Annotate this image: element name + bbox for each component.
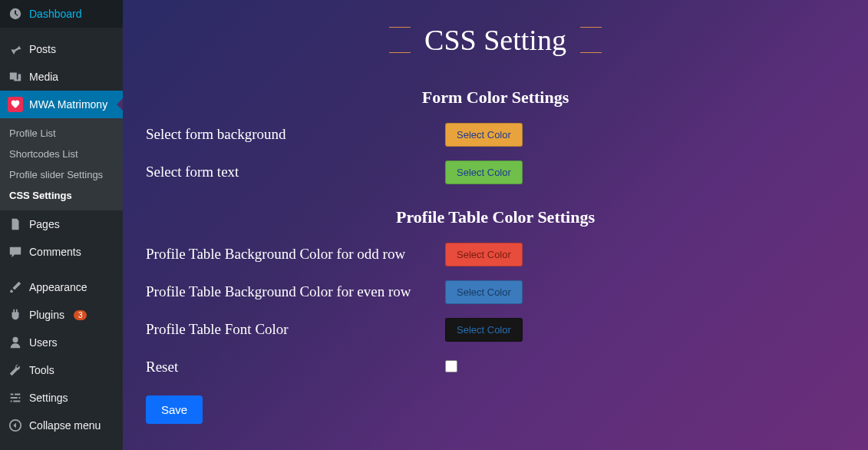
sidebar-label: Dashboard xyxy=(29,8,82,20)
section-profile-table: Profile Table Color Settings xyxy=(146,207,845,227)
select-color-form-bg[interactable]: Select Color xyxy=(445,123,523,147)
setting-row-form-bg: Select form background Select Color xyxy=(146,123,845,147)
section-form-color: Form Color Settings xyxy=(146,88,845,108)
title-rule-left xyxy=(389,27,411,53)
label-reset: Reset xyxy=(146,356,445,376)
sidebar-item-users[interactable]: Users xyxy=(0,329,123,356)
plugin-icon xyxy=(8,307,23,323)
sidebar-label: Comments xyxy=(29,246,81,258)
comments-icon xyxy=(8,244,23,260)
reset-checkbox[interactable] xyxy=(445,360,457,372)
page-title: CSS Setting xyxy=(146,23,845,57)
select-color-odd-row[interactable]: Select Color xyxy=(445,243,523,266)
sidebar-label: Tools xyxy=(29,364,54,376)
sidebar-submenu: Profile List Shortcodes List Profile sli… xyxy=(0,118,123,210)
sidebar-item-comments[interactable]: Comments xyxy=(0,238,123,266)
title-rule-right xyxy=(580,27,602,53)
save-button[interactable]: Save xyxy=(146,395,203,424)
label-even-row: Profile Table Background Color for even … xyxy=(146,280,445,300)
setting-row-reset: Reset xyxy=(146,356,845,376)
heart-icon xyxy=(8,97,23,112)
label-form-text: Select form text xyxy=(146,160,445,180)
sidebar-label: Users xyxy=(29,336,58,349)
sidebar-label: Collapse menu xyxy=(29,419,101,432)
submenu-item-css-settings[interactable]: CSS Settings xyxy=(0,185,123,206)
collapse-icon xyxy=(8,418,23,433)
sidebar-item-posts[interactable]: Posts xyxy=(0,35,123,63)
sidebar-label: Appearance xyxy=(29,281,87,293)
sidebar-item-media[interactable]: Media xyxy=(0,63,123,91)
sidebar-item-tools[interactable]: Tools xyxy=(0,356,123,384)
sliders-icon xyxy=(8,390,23,405)
sidebar-item-collapse[interactable]: Collapse menu xyxy=(0,412,123,439)
dashboard-icon xyxy=(8,6,23,22)
main-content: CSS Setting Form Color Settings Select f… xyxy=(123,0,868,450)
wrench-icon xyxy=(8,362,23,378)
label-odd-row: Profile Table Background Color for odd r… xyxy=(146,243,445,263)
brush-icon xyxy=(8,280,23,295)
user-icon xyxy=(8,335,23,350)
setting-row-form-text: Select form text Select Color xyxy=(146,160,845,184)
sidebar-item-dashboard[interactable]: Dashboard xyxy=(0,0,123,28)
sidebar-label: Plugins xyxy=(29,309,64,321)
setting-row-odd: Profile Table Background Color for odd r… xyxy=(146,243,845,266)
setting-row-font: Profile Table Font Color Select Color xyxy=(146,318,845,342)
sidebar-label: Media xyxy=(29,71,58,83)
sidebar-item-plugins[interactable]: Plugins 3 xyxy=(0,301,123,329)
label-form-bg: Select form background xyxy=(146,123,445,143)
select-color-form-text[interactable]: Select Color xyxy=(445,160,523,184)
sidebar-item-pages[interactable]: Pages xyxy=(0,210,123,238)
select-color-font[interactable]: Select Color xyxy=(445,318,523,342)
sidebar-item-appearance[interactable]: Appearance xyxy=(0,273,123,301)
plugins-badge: 3 xyxy=(74,310,87,320)
pages-icon xyxy=(8,217,23,232)
admin-sidebar: Dashboard Posts Media MWA Matrimony Prof… xyxy=(0,0,123,450)
submenu-item-shortcodes-list[interactable]: Shortcodes List xyxy=(0,144,123,164)
sidebar-item-settings[interactable]: Settings xyxy=(0,384,123,412)
media-icon xyxy=(8,69,23,84)
sidebar-label: Settings xyxy=(29,392,68,404)
page-title-text: CSS Setting xyxy=(424,23,566,57)
submenu-item-profile-slider-settings[interactable]: Profile slider Settings xyxy=(0,164,123,185)
submenu-item-profile-list[interactable]: Profile List xyxy=(0,123,123,144)
pin-icon xyxy=(8,41,23,57)
sidebar-label: MWA Matrimony xyxy=(29,98,107,111)
setting-row-even: Profile Table Background Color for even … xyxy=(146,280,845,304)
sidebar-label: Posts xyxy=(29,43,56,55)
select-color-even-row[interactable]: Select Color xyxy=(445,280,523,304)
sidebar-label: Pages xyxy=(29,218,60,230)
sidebar-item-mwa-matrimony[interactable]: MWA Matrimony xyxy=(0,91,123,118)
label-font-color: Profile Table Font Color xyxy=(146,318,445,338)
